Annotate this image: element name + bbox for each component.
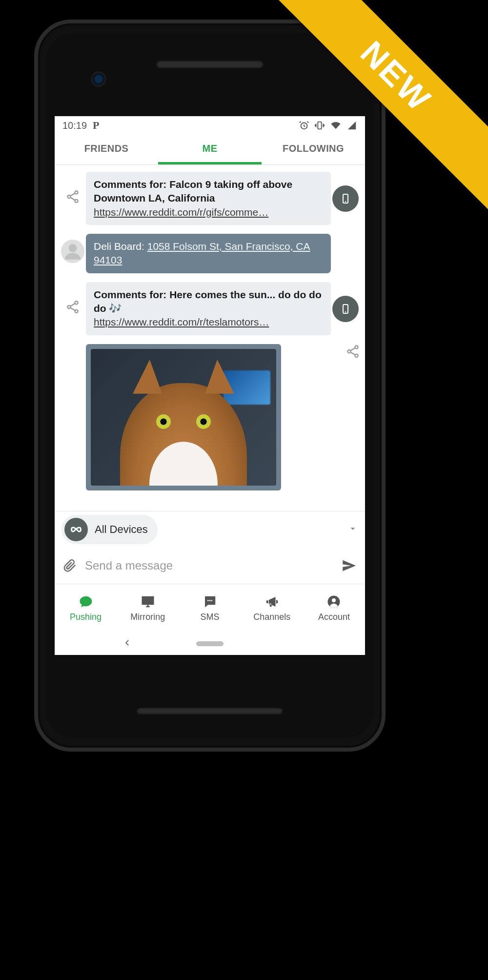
svg-point-7 [75,301,78,304]
monitor-icon [141,594,155,609]
svg-point-14 [207,600,209,601]
svg-point-16 [211,600,212,601]
notification-app-icon: P [93,119,99,132]
megaphone-icon [264,594,279,609]
phone-mockup: 10:19 P [34,20,386,752]
tab-following[interactable]: FOLLOWING [262,135,365,164]
svg-point-12 [347,350,350,353]
chevron-down-icon [347,523,358,534]
svg-rect-1 [318,122,321,129]
svg-point-13 [355,354,358,357]
svg-point-3 [67,195,70,198]
alarm-icon [299,120,309,131]
link-card-url[interactable]: https://www.reddit.com/r/teslamotors… [94,315,323,329]
nav-label: SMS [201,612,220,622]
sms-icon [203,594,217,609]
top-tabs: FRIENDS ME FOLLOWING [55,135,365,165]
home-indicator[interactable] [196,641,224,646]
paperclip-icon [62,558,77,573]
target-selector-row: All Devices [55,511,365,548]
svg-point-8 [67,306,70,308]
compose-area: All Devices [55,511,365,584]
svg-point-11 [355,346,358,348]
back-button[interactable] [123,637,132,650]
phone-side-button [385,306,386,404]
svg-point-15 [209,600,211,601]
message-row: Comments for: Here comes the sun... do d… [60,282,360,335]
nav-label: Mirroring [130,612,165,622]
send-to-device-button[interactable] [332,296,359,322]
nav-channels[interactable]: Channels [241,584,303,633]
signal-icon [346,120,357,131]
account-circle-icon [326,594,341,609]
nav-sms[interactable]: SMS [179,584,241,633]
phone-icon [340,303,351,315]
android-gesture-bar [55,633,365,655]
vibrate-icon [314,120,325,131]
target-chip-label: All Devices [95,523,148,536]
attach-button[interactable] [62,558,77,573]
link-card[interactable]: Comments for: Here comes the sun... do d… [86,282,331,335]
contact-card[interactable]: Deli Board: 1058 Folsom St, San Francisc… [86,234,331,273]
target-dropdown-toggle[interactable] [347,523,358,536]
target-chip-all-devices[interactable]: All Devices [61,515,158,544]
svg-point-4 [75,200,78,203]
message-row: Comments for: Falcon 9 taking off above … [60,172,360,225]
svg-point-9 [75,309,78,312]
share-icon[interactable] [65,300,80,317]
message-thread[interactable]: Comments for: Falcon 9 taking off above … [55,165,365,511]
status-bar: 10:19 P [55,116,365,135]
link-card[interactable]: Comments for: Falcon 9 taking off above … [86,172,331,225]
app-screen: 10:19 P [55,116,365,655]
tab-friends[interactable]: FRIENDS [55,135,158,164]
link-card-title: Comments for: Falcon 9 taking off above … [94,178,323,205]
tab-me[interactable]: ME [158,135,262,164]
svg-point-18 [332,598,336,602]
nav-pushing[interactable]: Pushing [55,584,117,633]
message-row [86,344,360,490]
bottom-nav: Pushing Mirroring SMS Channels [55,584,365,633]
share-icon[interactable] [65,189,80,206]
contact-name: Deli Board: [94,241,147,252]
svg-point-2 [75,191,78,194]
chat-bubble-icon [79,594,93,609]
send-icon [341,557,357,574]
wifi-icon [330,120,342,131]
phone-speaker [137,708,283,715]
nav-label: Channels [253,612,290,622]
link-card-url[interactable]: https://www.reddit.com/r/gifs/comme… [94,205,323,219]
phone-icon [340,193,351,204]
phone-side-button [385,228,386,282]
message-input[interactable] [85,559,333,572]
message-row: Deli Board: 1058 Folsom St, San Francisc… [60,234,360,273]
nav-label: Account [318,612,350,622]
message-input-row [55,548,365,584]
send-to-device-button[interactable] [332,185,359,212]
phone-camera [93,73,104,85]
nav-label: Pushing [70,612,102,622]
phone-speaker [156,61,264,68]
nav-account[interactable]: Account [303,584,365,633]
image-message[interactable] [86,344,281,490]
nav-mirroring[interactable]: Mirroring [117,584,179,633]
chevron-left-icon [123,638,132,647]
status-time: 10:19 [62,120,87,131]
avatar-placeholder [61,240,84,263]
link-card-title: Comments for: Here comes the sun... do d… [94,288,323,316]
send-button[interactable] [341,557,357,574]
svg-point-6 [69,244,77,252]
infinity-icon [64,518,88,541]
share-icon[interactable] [346,344,360,361]
